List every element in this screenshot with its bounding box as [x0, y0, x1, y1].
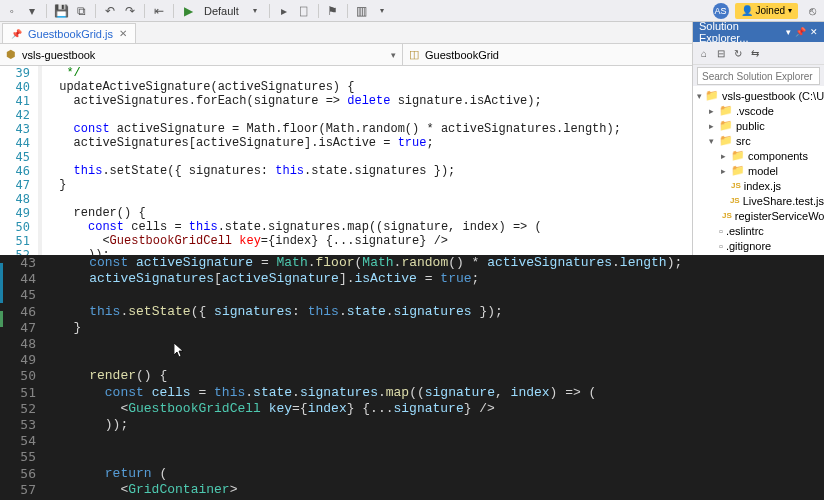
folder-icon: 📁 — [719, 119, 733, 132]
solution-explorer-search — [693, 64, 824, 86]
file-icon: ▫ — [719, 255, 723, 256]
liveshare-joined-pill[interactable]: 👤 Joined ▾ — [735, 3, 798, 19]
js-icon: JS — [731, 181, 741, 190]
folder-icon: 📁 — [719, 134, 733, 147]
tree-item-label: src — [736, 135, 751, 147]
run-config-label[interactable]: Default — [200, 5, 243, 17]
twisty-icon[interactable]: ▸ — [707, 121, 716, 131]
cube-icon: ◫ — [409, 48, 419, 61]
home-icon[interactable]: ⌂ — [697, 46, 711, 60]
solution-explorer-label: Solution Explorer... — [699, 20, 782, 44]
tree-item[interactable]: ▫.eslintrc — [693, 223, 824, 238]
chevron-down-icon: ▾ — [788, 6, 792, 15]
refresh-icon[interactable]: ↻ — [731, 46, 745, 60]
line-gutter-dark: 43 44 45 46 47 48 49 50 51 52 53 54 55 5… — [0, 255, 46, 500]
tree-item-label: vsls-guestbook (C:\User — [722, 90, 824, 102]
tab-label: GuestbookGrid.js — [28, 28, 113, 40]
main-toolbar: ◦ ▾ 💾 ⧉ ↶ ↷ ⇤ ▶ Default ▾ ▸ ⎕ ⚑ ▥ ▾ AS 👤… — [0, 0, 824, 22]
tree-item-label: index.js — [744, 180, 781, 192]
tree-item[interactable]: ▸📁model — [693, 163, 824, 178]
tree-item[interactable]: ▾📁vsls-guestbook (C:\User — [693, 88, 824, 103]
save-icon[interactable]: 💾 — [53, 3, 69, 19]
file-icon: ▫ — [719, 225, 723, 237]
tree-item[interactable]: ▸📁.vscode — [693, 103, 824, 118]
sync-icon[interactable]: ⇆ — [748, 46, 762, 60]
tree-item-label: LiveShare.test.js — [743, 195, 824, 207]
ext-dropdown-icon[interactable]: ▾ — [374, 3, 390, 19]
hex-icon: ⬢ — [6, 48, 16, 61]
pin-icon: 📌 — [11, 29, 22, 39]
tab-guestbookgrid[interactable]: 📌 GuestbookGrid.js ✕ — [2, 23, 136, 43]
undo-icon[interactable]: ↶ — [102, 3, 118, 19]
chevron-down-icon[interactable]: ▾ — [786, 27, 791, 37]
tree-item[interactable]: JSLiveShare.test.js — [693, 193, 824, 208]
close-icon[interactable]: ✕ — [810, 27, 818, 37]
tree-item[interactable]: JSindex.js — [693, 178, 824, 193]
tree-item-label: registerServiceWor — [735, 210, 824, 222]
close-icon[interactable]: ✕ — [119, 28, 127, 39]
search-input[interactable] — [697, 67, 820, 85]
crumb-project-label: vsls-guestbook — [22, 49, 95, 61]
editor-dark[interactable]: 43 44 45 46 47 48 49 50 51 52 53 54 55 5… — [0, 255, 824, 500]
crumb-project[interactable]: ⬢ vsls-guestbook ▾ — [0, 44, 403, 65]
tree-item-label: .gitignore — [726, 240, 771, 252]
config-dropdown-icon[interactable]: ▾ — [247, 3, 263, 19]
flag-icon[interactable]: ⚑ — [325, 3, 341, 19]
solution-explorer-toolbar: ⌂ ⊟ ↻ ⇆ — [693, 42, 824, 64]
share-icon[interactable]: ⎋ — [804, 3, 820, 19]
tree-item-label: components — [748, 150, 808, 162]
collapse-icon[interactable]: ⊟ — [714, 46, 728, 60]
folder-icon: 📁 — [719, 104, 733, 117]
folder-icon: 📁 — [731, 149, 745, 162]
line-gutter: 39 40 41 42 43 44 45 46 47 48 49 50 51 5… — [0, 66, 42, 255]
tree-item-label: public — [736, 120, 765, 132]
tree-item[interactable]: ▸📁components — [693, 148, 824, 163]
solution-explorer-panel: Solution Explorer... ▾ 📌 ✕ ⌂ ⊟ ↻ ⇆ ▾📁vsl… — [692, 22, 824, 255]
twisty-icon[interactable]: ▸ — [719, 151, 728, 161]
tree-item[interactable]: ▾📁src — [693, 133, 824, 148]
tree-item-label: model — [748, 165, 778, 177]
person-icon: 👤 — [741, 5, 753, 16]
tree-item-label: .vscode — [736, 105, 774, 117]
tree-item[interactable]: ▫.gitignore — [693, 238, 824, 253]
indent-icon[interactable]: ⇤ — [151, 3, 167, 19]
file-icon: ▫ — [719, 240, 723, 252]
solution-explorer-title[interactable]: Solution Explorer... ▾ 📌 ✕ — [693, 22, 824, 42]
play-icon[interactable]: ▶ — [180, 3, 196, 19]
nav-back-icon[interactable]: ◦ — [4, 3, 20, 19]
frame-icon[interactable]: ⎕ — [296, 3, 312, 19]
js-icon: JS — [722, 211, 732, 220]
tree-item[interactable]: ▫package.json — [693, 253, 824, 255]
avatar[interactable]: AS — [713, 3, 729, 19]
tree-item-label: package.json — [726, 255, 791, 256]
twisty-icon[interactable]: ▾ — [707, 136, 716, 146]
pin-icon[interactable]: 📌 — [795, 27, 806, 37]
crumb-symbol-label: GuestbookGrid — [425, 49, 499, 61]
tree-item-label: .eslintrc — [726, 225, 764, 237]
chevron-down-icon[interactable]: ▾ — [391, 50, 396, 60]
twisty-icon[interactable]: ▾ — [697, 91, 702, 101]
joined-label: Joined — [756, 5, 785, 16]
code-body-dark[interactable]: const activeSignature = Math.floor(Math.… — [46, 255, 824, 500]
nav-fwd-icon[interactable]: ▾ — [24, 3, 40, 19]
tree-item[interactable]: JSregisterServiceWor — [693, 208, 824, 223]
step-icon[interactable]: ▸ — [276, 3, 292, 19]
folder-icon: 📁 — [705, 89, 719, 102]
tree-item[interactable]: ▸📁public — [693, 118, 824, 133]
twisty-icon[interactable]: ▸ — [707, 106, 716, 116]
solution-tree[interactable]: ▾📁vsls-guestbook (C:\User▸📁.vscode▸📁publ… — [693, 86, 824, 255]
folder-icon: 📁 — [731, 164, 745, 177]
twisty-icon[interactable]: ▸ — [719, 166, 728, 176]
js-icon: JS — [730, 196, 740, 205]
redo-icon[interactable]: ↷ — [122, 3, 138, 19]
save-all-icon[interactable]: ⧉ — [73, 3, 89, 19]
ext-icon[interactable]: ▥ — [354, 3, 370, 19]
